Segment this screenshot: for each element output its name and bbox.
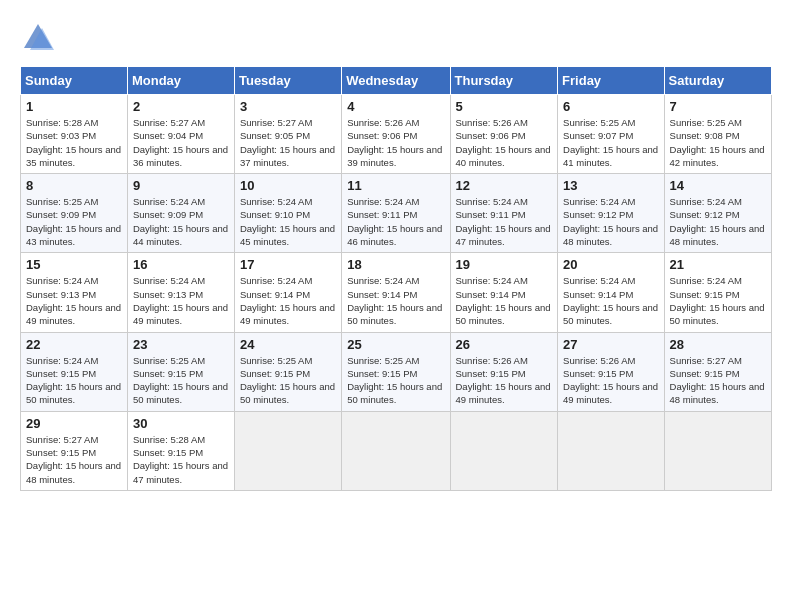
day-info: Sunrise: 5:25 AM Sunset: 9:09 PM Dayligh… bbox=[26, 195, 122, 248]
day-number: 25 bbox=[347, 337, 444, 352]
header-thursday: Thursday bbox=[450, 67, 558, 95]
calendar-week-3: 15 Sunrise: 5:24 AM Sunset: 9:13 PM Dayl… bbox=[21, 253, 772, 332]
day-number: 16 bbox=[133, 257, 229, 272]
day-info: Sunrise: 5:24 AM Sunset: 9:15 PM Dayligh… bbox=[670, 274, 766, 327]
calendar-cell: 13 Sunrise: 5:24 AM Sunset: 9:12 PM Dayl… bbox=[558, 174, 664, 253]
calendar-cell: 20 Sunrise: 5:24 AM Sunset: 9:14 PM Dayl… bbox=[558, 253, 664, 332]
calendar-cell: 17 Sunrise: 5:24 AM Sunset: 9:14 PM Dayl… bbox=[234, 253, 341, 332]
calendar-cell: 29 Sunrise: 5:27 AM Sunset: 9:15 PM Dayl… bbox=[21, 411, 128, 490]
day-info: Sunrise: 5:28 AM Sunset: 9:03 PM Dayligh… bbox=[26, 116, 122, 169]
day-info: Sunrise: 5:26 AM Sunset: 9:06 PM Dayligh… bbox=[456, 116, 553, 169]
calendar-cell: 15 Sunrise: 5:24 AM Sunset: 9:13 PM Dayl… bbox=[21, 253, 128, 332]
day-number: 6 bbox=[563, 99, 658, 114]
day-info: Sunrise: 5:24 AM Sunset: 9:13 PM Dayligh… bbox=[133, 274, 229, 327]
day-number: 11 bbox=[347, 178, 444, 193]
calendar-cell: 14 Sunrise: 5:24 AM Sunset: 9:12 PM Dayl… bbox=[664, 174, 771, 253]
calendar-week-1: 1 Sunrise: 5:28 AM Sunset: 9:03 PM Dayli… bbox=[21, 95, 772, 174]
day-info: Sunrise: 5:25 AM Sunset: 9:15 PM Dayligh… bbox=[133, 354, 229, 407]
day-number: 7 bbox=[670, 99, 766, 114]
calendar-cell: 3 Sunrise: 5:27 AM Sunset: 9:05 PM Dayli… bbox=[234, 95, 341, 174]
calendar-cell: 30 Sunrise: 5:28 AM Sunset: 9:15 PM Dayl… bbox=[127, 411, 234, 490]
day-number: 13 bbox=[563, 178, 658, 193]
day-info: Sunrise: 5:26 AM Sunset: 9:06 PM Dayligh… bbox=[347, 116, 444, 169]
day-info: Sunrise: 5:27 AM Sunset: 9:15 PM Dayligh… bbox=[26, 433, 122, 486]
day-number: 15 bbox=[26, 257, 122, 272]
day-number: 21 bbox=[670, 257, 766, 272]
day-number: 20 bbox=[563, 257, 658, 272]
day-info: Sunrise: 5:27 AM Sunset: 9:04 PM Dayligh… bbox=[133, 116, 229, 169]
header-friday: Friday bbox=[558, 67, 664, 95]
calendar-cell: 2 Sunrise: 5:27 AM Sunset: 9:04 PM Dayli… bbox=[127, 95, 234, 174]
calendar-cell: 24 Sunrise: 5:25 AM Sunset: 9:15 PM Dayl… bbox=[234, 332, 341, 411]
day-number: 26 bbox=[456, 337, 553, 352]
day-info: Sunrise: 5:24 AM Sunset: 9:14 PM Dayligh… bbox=[563, 274, 658, 327]
calendar-week-4: 22 Sunrise: 5:24 AM Sunset: 9:15 PM Dayl… bbox=[21, 332, 772, 411]
day-info: Sunrise: 5:25 AM Sunset: 9:15 PM Dayligh… bbox=[347, 354, 444, 407]
day-number: 12 bbox=[456, 178, 553, 193]
header-saturday: Saturday bbox=[664, 67, 771, 95]
day-info: Sunrise: 5:24 AM Sunset: 9:15 PM Dayligh… bbox=[26, 354, 122, 407]
calendar-cell: 26 Sunrise: 5:26 AM Sunset: 9:15 PM Dayl… bbox=[450, 332, 558, 411]
day-number: 30 bbox=[133, 416, 229, 431]
day-number: 3 bbox=[240, 99, 336, 114]
calendar-cell: 25 Sunrise: 5:25 AM Sunset: 9:15 PM Dayl… bbox=[342, 332, 450, 411]
day-number: 27 bbox=[563, 337, 658, 352]
calendar-cell: 19 Sunrise: 5:24 AM Sunset: 9:14 PM Dayl… bbox=[450, 253, 558, 332]
day-number: 28 bbox=[670, 337, 766, 352]
day-info: Sunrise: 5:25 AM Sunset: 9:07 PM Dayligh… bbox=[563, 116, 658, 169]
day-number: 17 bbox=[240, 257, 336, 272]
day-number: 5 bbox=[456, 99, 553, 114]
day-info: Sunrise: 5:24 AM Sunset: 9:12 PM Dayligh… bbox=[563, 195, 658, 248]
calendar-cell: 11 Sunrise: 5:24 AM Sunset: 9:11 PM Dayl… bbox=[342, 174, 450, 253]
calendar-cell: 4 Sunrise: 5:26 AM Sunset: 9:06 PM Dayli… bbox=[342, 95, 450, 174]
day-number: 22 bbox=[26, 337, 122, 352]
calendar-cell bbox=[664, 411, 771, 490]
day-info: Sunrise: 5:24 AM Sunset: 9:14 PM Dayligh… bbox=[347, 274, 444, 327]
day-info: Sunrise: 5:24 AM Sunset: 9:14 PM Dayligh… bbox=[240, 274, 336, 327]
day-number: 10 bbox=[240, 178, 336, 193]
day-info: Sunrise: 5:25 AM Sunset: 9:08 PM Dayligh… bbox=[670, 116, 766, 169]
calendar-cell: 6 Sunrise: 5:25 AM Sunset: 9:07 PM Dayli… bbox=[558, 95, 664, 174]
logo-icon bbox=[20, 20, 56, 56]
calendar-cell: 18 Sunrise: 5:24 AM Sunset: 9:14 PM Dayl… bbox=[342, 253, 450, 332]
calendar-cell: 9 Sunrise: 5:24 AM Sunset: 9:09 PM Dayli… bbox=[127, 174, 234, 253]
calendar-week-2: 8 Sunrise: 5:25 AM Sunset: 9:09 PM Dayli… bbox=[21, 174, 772, 253]
calendar-cell: 7 Sunrise: 5:25 AM Sunset: 9:08 PM Dayli… bbox=[664, 95, 771, 174]
day-info: Sunrise: 5:24 AM Sunset: 9:12 PM Dayligh… bbox=[670, 195, 766, 248]
calendar-cell bbox=[234, 411, 341, 490]
day-number: 4 bbox=[347, 99, 444, 114]
day-number: 23 bbox=[133, 337, 229, 352]
calendar-cell: 27 Sunrise: 5:26 AM Sunset: 9:15 PM Dayl… bbox=[558, 332, 664, 411]
day-info: Sunrise: 5:27 AM Sunset: 9:05 PM Dayligh… bbox=[240, 116, 336, 169]
calendar-cell: 23 Sunrise: 5:25 AM Sunset: 9:15 PM Dayl… bbox=[127, 332, 234, 411]
calendar-cell bbox=[450, 411, 558, 490]
calendar-cell bbox=[558, 411, 664, 490]
header-monday: Monday bbox=[127, 67, 234, 95]
day-info: Sunrise: 5:24 AM Sunset: 9:11 PM Dayligh… bbox=[347, 195, 444, 248]
day-info: Sunrise: 5:25 AM Sunset: 9:15 PM Dayligh… bbox=[240, 354, 336, 407]
calendar-cell bbox=[342, 411, 450, 490]
day-number: 8 bbox=[26, 178, 122, 193]
calendar-cell: 21 Sunrise: 5:24 AM Sunset: 9:15 PM Dayl… bbox=[664, 253, 771, 332]
day-number: 2 bbox=[133, 99, 229, 114]
calendar-cell: 12 Sunrise: 5:24 AM Sunset: 9:11 PM Dayl… bbox=[450, 174, 558, 253]
day-info: Sunrise: 5:24 AM Sunset: 9:13 PM Dayligh… bbox=[26, 274, 122, 327]
day-info: Sunrise: 5:24 AM Sunset: 9:10 PM Dayligh… bbox=[240, 195, 336, 248]
header-wednesday: Wednesday bbox=[342, 67, 450, 95]
day-number: 1 bbox=[26, 99, 122, 114]
day-number: 9 bbox=[133, 178, 229, 193]
calendar-cell: 5 Sunrise: 5:26 AM Sunset: 9:06 PM Dayli… bbox=[450, 95, 558, 174]
calendar-cell: 16 Sunrise: 5:24 AM Sunset: 9:13 PM Dayl… bbox=[127, 253, 234, 332]
day-info: Sunrise: 5:26 AM Sunset: 9:15 PM Dayligh… bbox=[563, 354, 658, 407]
day-info: Sunrise: 5:28 AM Sunset: 9:15 PM Dayligh… bbox=[133, 433, 229, 486]
calendar-table: SundayMondayTuesdayWednesdayThursdayFrid… bbox=[20, 66, 772, 491]
calendar-cell: 10 Sunrise: 5:24 AM Sunset: 9:10 PM Dayl… bbox=[234, 174, 341, 253]
day-number: 14 bbox=[670, 178, 766, 193]
day-number: 19 bbox=[456, 257, 553, 272]
header-sunday: Sunday bbox=[21, 67, 128, 95]
calendar-header-row: SundayMondayTuesdayWednesdayThursdayFrid… bbox=[21, 67, 772, 95]
day-number: 18 bbox=[347, 257, 444, 272]
header-tuesday: Tuesday bbox=[234, 67, 341, 95]
page-header bbox=[20, 20, 772, 56]
calendar-week-5: 29 Sunrise: 5:27 AM Sunset: 9:15 PM Dayl… bbox=[21, 411, 772, 490]
